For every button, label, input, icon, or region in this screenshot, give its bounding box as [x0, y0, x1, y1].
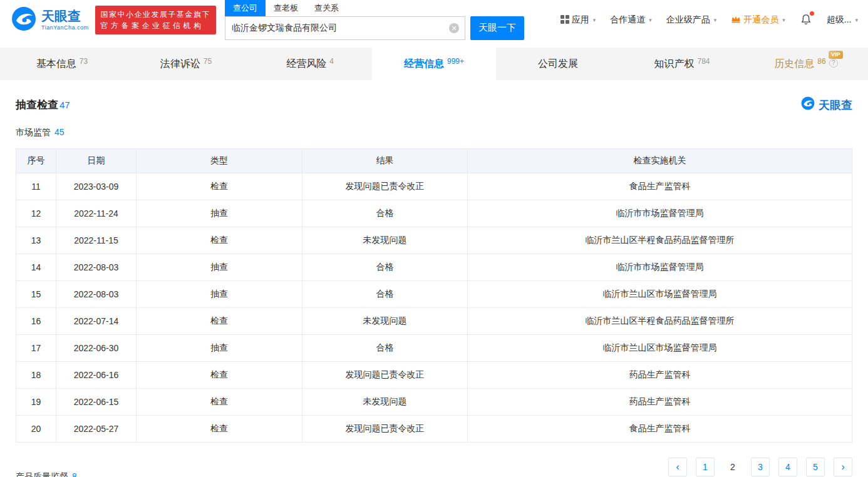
search-tabs: 查公司查老板查关系 [225, 1, 524, 16]
search-tab[interactable]: 查关系 [306, 0, 347, 16]
tianyancha-logo-icon [11, 6, 36, 34]
subsection-count: 45 [54, 127, 65, 137]
watermark-logo-icon [801, 96, 815, 113]
table-cell: 16 [16, 308, 56, 334]
page-button-2[interactable]: 2 [723, 458, 742, 476]
nav-tab-count: 86 [817, 57, 825, 66]
nav-tab-label: 基本信息 [36, 58, 76, 71]
menu-item-apps[interactable]: 应用 ▾ [561, 14, 596, 26]
nav-tab-count: 784 [697, 57, 710, 66]
nav-tab[interactable]: 经营风险4 [248, 48, 372, 80]
table-cell: 19 [16, 389, 56, 415]
nav-tab[interactable]: 公司发展 [496, 48, 620, 80]
watermark-brand-text: 天眼查 [819, 98, 852, 113]
table-cell: 检查 [137, 173, 302, 200]
table-cell: 抽查 [137, 335, 302, 361]
search-tab[interactable]: 查老板 [266, 0, 306, 16]
clear-search-icon[interactable]: ✕ [449, 23, 459, 33]
table-cell: 2022-11-24 [56, 200, 137, 227]
chevron-down-icon: ▾ [714, 17, 717, 23]
table-cell: 临沂市兰山区半程食品药品监督管理所 [468, 227, 852, 254]
next-section-label: 产品质量监督 [16, 471, 68, 477]
nav-tab[interactable]: 基本信息73 [0, 48, 124, 80]
menu-label-enterprise: 企业级产品 [666, 14, 710, 26]
table-header-cell: 检查实施机关 [468, 149, 852, 173]
tianyancha-logo[interactable]: 天眼查 TianYanCha.com [11, 6, 89, 34]
menu-label-apps: 应用 [572, 14, 589, 26]
table-cell: 12 [16, 200, 56, 227]
table-cell: 未发现问题 [302, 389, 468, 415]
nav-tab[interactable]: 经营信息999+ [372, 48, 496, 80]
menu-item-cooperation[interactable]: 合作通道 ▾ [610, 14, 652, 26]
vip-badge: VIP [829, 51, 843, 59]
table-header-cell: 类型 [137, 149, 302, 173]
page-button-5[interactable]: 5 [806, 458, 825, 476]
table-cell: 18 [16, 362, 56, 388]
table-cell: 2022-08-03 [56, 281, 137, 307]
nav-tab-label: 经营风险 [286, 58, 326, 71]
table-cell: 合格 [302, 335, 468, 361]
certification-line2: 官方备案企业征信机构 [101, 20, 211, 31]
search-input[interactable] [225, 16, 465, 40]
table-cell: 合格 [302, 281, 468, 307]
certification-line1: 国家中小企业发展子基金旗下 [101, 9, 211, 20]
help-icon[interactable]: ? [829, 59, 838, 68]
table-header-cell: 日期 [56, 149, 137, 173]
table-cell: 11 [16, 173, 56, 200]
table-cell: 检查 [137, 362, 302, 388]
table-cell: 2022-07-14 [56, 308, 137, 334]
nav-tab[interactable]: 知识产权784 [620, 48, 744, 80]
table-cell: 检查 [137, 227, 302, 254]
page-button-1[interactable]: 1 [696, 458, 715, 476]
menu-item-open-vip[interactable]: 开通会员 ▾ [731, 14, 785, 26]
table-cell: 20 [16, 416, 56, 442]
table-cell: 合格 [302, 254, 468, 280]
notifications-bell-button[interactable] [800, 13, 812, 28]
search-area: 查公司查老板查关系 ✕ 天眼一下 [225, 1, 524, 40]
logo-text: 天眼查 TianYanCha.com [41, 9, 89, 31]
table-cell: 检查 [137, 416, 302, 442]
table-row: 162022-07-14检查未发现问题临沂市兰山区半程食品药品监督管理所 [16, 307, 852, 334]
section-head: 抽查检查47 天眼查 [16, 96, 852, 113]
table-cell: 检查 [137, 308, 302, 334]
section-title-row: 抽查检查47 [16, 98, 70, 112]
search-button[interactable]: 天眼一下 [470, 16, 524, 40]
nav-tab[interactable]: 历史信息86VIP? [744, 48, 868, 80]
table-cell: 2022-06-30 [56, 335, 137, 361]
table-row: 172022-06-30抽查合格临沂市兰山区市场监督管理局 [16, 334, 852, 361]
table-cell: 食品生产监管科 [468, 173, 852, 200]
table-row: 122022-11-24抽查合格临沂市市场监督管理局 [16, 200, 852, 227]
table-row: 132022-11-15检查未发现问题临沂市兰山区半程食品药品监督管理所 [16, 227, 852, 254]
table-cell: 发现问题已责令改正 [302, 416, 468, 442]
prev-page-button[interactable]: ‹ [668, 458, 687, 476]
table-cell: 抽查 [137, 200, 302, 227]
inspection-table: 序号日期类型结果检查实施机关 112023-03-09检查发现问题已责令改正食品… [16, 148, 852, 443]
menu-label-cooperation: 合作通道 [610, 14, 645, 26]
table-header-row: 序号日期类型结果检查实施机关 [16, 149, 852, 173]
search-tab[interactable]: 查公司 [225, 0, 266, 16]
menu-item-enterprise[interactable]: 企业级产品 ▾ [666, 14, 717, 26]
certification-badge: 国家中小企业发展子基金旗下 官方备案企业征信机构 [95, 6, 217, 34]
nav-tab-label: 历史信息 [774, 58, 814, 71]
next-page-button[interactable]: › [834, 458, 852, 476]
table-cell: 14 [16, 254, 56, 280]
page-button-3[interactable]: 3 [751, 458, 770, 476]
search-input-wrap: ✕ [225, 16, 465, 40]
table-cell: 17 [16, 335, 56, 361]
subsection-title: 市场监管45 [16, 127, 852, 138]
table-header-cell: 结果 [302, 149, 468, 173]
menu-label-open-vip: 开通会员 [743, 14, 778, 26]
table-row: 182022-06-16检查发现问题已责令改正药品生产监管科 [16, 361, 852, 388]
brand-domain: TianYanCha.com [41, 24, 89, 31]
menu-item-account[interactable]: 超级... ▾ [827, 14, 858, 26]
table-cell: 临沂市兰山区市场监督管理局 [468, 335, 852, 361]
next-section-count: 8 [72, 471, 77, 477]
table-cell: 检查 [137, 389, 302, 415]
nav-tab-count: 4 [329, 57, 334, 66]
table-cell: 13 [16, 227, 56, 254]
nav-tab-label: 法律诉讼 [160, 58, 200, 71]
nav-tab[interactable]: 法律诉讼75 [124, 48, 248, 80]
table-cell: 临沂市兰山区市场监督管理局 [468, 281, 852, 307]
chevron-down-icon: ▾ [649, 17, 652, 23]
page-button-4[interactable]: 4 [778, 458, 797, 476]
